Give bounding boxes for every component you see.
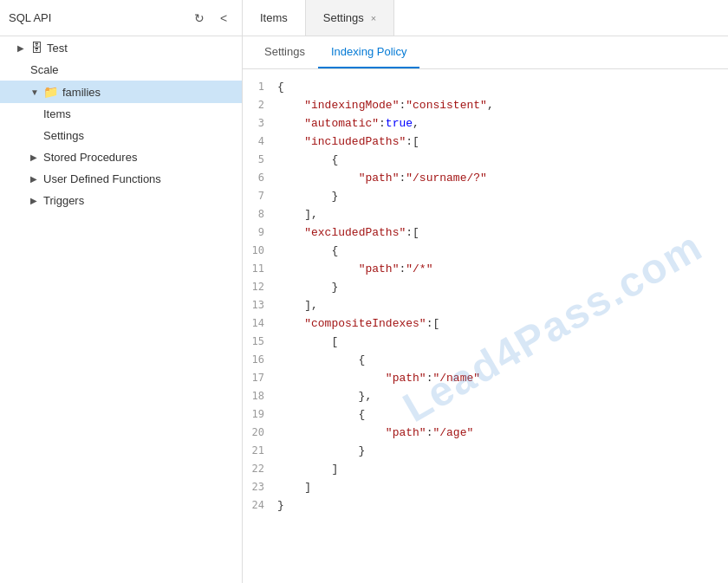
sub-tabs: Settings Indexing Policy <box>243 36 728 69</box>
triggers-arrow-icon: ▶ <box>30 196 39 205</box>
code-line-10: 10 { <box>243 242 728 260</box>
code-line-18: 18 }, <box>243 387 728 405</box>
code-editor: Lead4Pass.com 1 { 2 "indexingMode":"cons… <box>243 69 728 583</box>
code-line-6: 6 "path":"/surname/?" <box>243 169 728 187</box>
code-line-24: 24 } <box>243 496 728 515</box>
code-line-19: 19 { <box>243 405 728 424</box>
families-label: families <box>62 86 101 99</box>
arrow-icon: ▶ <box>17 43 26 53</box>
tab-items[interactable]: Items <box>243 0 306 36</box>
sp-arrow-icon: ▶ <box>30 152 39 162</box>
back-icon[interactable]: < <box>214 9 233 28</box>
code-line-14: 14 "compositeIndexes":[ <box>243 314 728 333</box>
code-line-2: 2 "indexingMode":"consistent", <box>243 96 728 114</box>
sidebar: ▶ 🗄 Test Scale ▼ 📁 families Items Settin… <box>0 36 243 583</box>
code-line-22: 22 ] <box>243 460 728 478</box>
code-line-5: 5 { <box>243 151 728 169</box>
code-line-21: 21 } <box>243 442 728 460</box>
folder-icon: 📁 <box>43 85 58 99</box>
sub-tab-settings[interactable]: Settings <box>251 36 318 68</box>
tab-items-label: Items <box>260 11 288 24</box>
code-line-23: 23 ] <box>243 478 728 496</box>
code-line-15: 15 [ <box>243 333 728 351</box>
udf-arrow-icon: ▶ <box>30 174 39 184</box>
settings-label: Settings <box>43 129 84 142</box>
sidebar-item-settings[interactable]: Settings <box>0 125 242 146</box>
code-line-13: 13 ], <box>243 296 728 314</box>
code-line-11: 11 "path":"/*" <box>243 260 728 278</box>
code-line-12: 12 } <box>243 278 728 296</box>
families-arrow-icon: ▼ <box>30 87 39 97</box>
sidebar-item-test[interactable]: ▶ 🗄 Test <box>0 36 242 59</box>
code-line-7: 7 } <box>243 187 728 205</box>
db-icon: 🗄 <box>30 41 42 55</box>
code-line-1: 1 { <box>243 78 728 96</box>
code-line-3: 3 "automatic":true, <box>243 114 728 133</box>
scale-label: Scale <box>30 63 59 76</box>
sidebar-item-udf[interactable]: ▶ User Defined Functions <box>0 168 242 190</box>
api-label: SQL API <box>9 11 51 24</box>
sub-tab-indexing-policy[interactable]: Indexing Policy <box>318 36 419 68</box>
code-line-4: 4 "includedPaths":[ <box>243 133 728 151</box>
code-line-20: 20 "path":"/age" <box>243 424 728 442</box>
triggers-label: Triggers <box>43 194 84 207</box>
test-label: Test <box>47 42 68 55</box>
refresh-icon[interactable]: ↻ <box>190 9 209 28</box>
code-line-17: 17 "path":"/name" <box>243 369 728 387</box>
code-line-9: 9 "excludedPaths":[ <box>243 223 728 242</box>
tab-settings-close[interactable]: × <box>371 13 376 23</box>
items-label: Items <box>43 107 71 120</box>
sidebar-header: SQL API ↻ < <box>0 0 243 36</box>
code-line-8: 8 ], <box>243 205 728 223</box>
tab-settings-label: Settings <box>323 11 364 24</box>
udf-label: User Defined Functions <box>43 172 161 185</box>
sidebar-item-items[interactable]: Items <box>0 103 242 125</box>
main-tabs: Items Settings × <box>243 0 728 36</box>
sidebar-item-triggers[interactable]: ▶ Triggers <box>0 190 242 211</box>
main-content: Settings Indexing Policy Lead4Pass.com 1… <box>243 36 728 583</box>
sidebar-item-families[interactable]: ▼ 📁 families <box>0 81 242 103</box>
sidebar-item-stored-procedures[interactable]: ▶ Stored Procedures <box>0 146 242 168</box>
code-line-16: 16 { <box>243 351 728 369</box>
tab-settings[interactable]: Settings × <box>306 0 394 36</box>
sidebar-item-scale[interactable]: Scale <box>0 59 242 81</box>
stored-procedures-label: Stored Procedures <box>43 151 137 164</box>
